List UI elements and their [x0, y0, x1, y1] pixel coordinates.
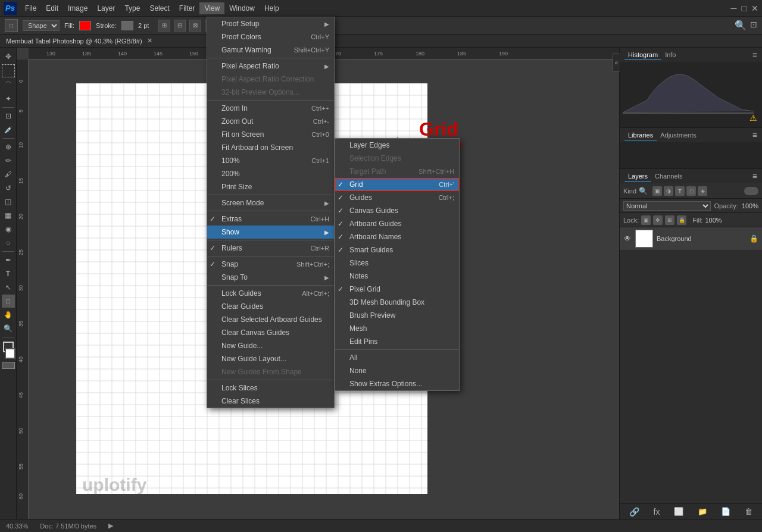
show-notes[interactable]: Notes: [335, 270, 459, 283]
lock-position-icon[interactable]: ✥: [653, 215, 663, 225]
panels-collapse-handle[interactable]: «: [613, 54, 620, 71]
kind-search-icon[interactable]: 🔍: [639, 187, 648, 195]
lock-all-icon[interactable]: 🔒: [677, 215, 686, 225]
adjustments-tab[interactable]: Adjustments: [657, 130, 700, 140]
search-icon[interactable]: 🔍: [735, 20, 747, 31]
filter-smart-icon[interactable]: ◈: [698, 186, 707, 196]
menu-print-size[interactable]: Print Size: [207, 180, 334, 193]
show-extras-options[interactable]: Show Extras Options...: [335, 377, 459, 390]
lock-pixels-icon[interactable]: ▣: [641, 215, 651, 225]
show-canvas-guides[interactable]: ✓ Canvas Guides: [335, 204, 459, 217]
menu-proof-setup[interactable]: Proof Setup ▶: [207, 17, 334, 30]
add-style-icon[interactable]: fx: [654, 507, 660, 517]
show-target-path[interactable]: Target Path Shift+Ctrl+H: [335, 165, 459, 178]
crop-tool[interactable]: ⊡: [2, 109, 15, 123]
channels-tab[interactable]: Channels: [651, 171, 686, 181]
layer-visibility-icon[interactable]: 👁: [623, 234, 632, 243]
fill-color-box[interactable]: [79, 21, 91, 30]
layer-item[interactable]: 👁 Background 🔒: [620, 227, 762, 251]
menu-snap-to[interactable]: Snap To ▶: [207, 271, 334, 284]
opacity-value[interactable]: 100%: [742, 202, 758, 209]
menu-lock-guides[interactable]: Lock Guides Alt+Ctrl+;: [207, 287, 334, 300]
gradient-tool[interactable]: ▦: [2, 209, 15, 222]
lock-artboard-icon[interactable]: ⊞: [665, 215, 674, 225]
histogram-panel-menu[interactable]: ≡: [752, 50, 757, 60]
lasso-tool[interactable]: ⌒: [2, 79, 15, 92]
filter-toggle[interactable]: [744, 187, 758, 195]
hand-tool[interactable]: 🤚: [2, 308, 15, 321]
menu-help[interactable]: Help: [260, 2, 284, 14]
close-button[interactable]: ✕: [751, 4, 758, 13]
eraser-tool[interactable]: ◫: [2, 195, 15, 208]
show-layer-edges[interactable]: Layer Edges: [335, 139, 459, 152]
arrange-icon[interactable]: ⊡: [750, 20, 757, 31]
show-artboard-guides[interactable]: ✓ Artboard Guides: [335, 217, 459, 230]
blur-tool[interactable]: ◉: [2, 223, 15, 236]
filter-type-icon[interactable]: T: [675, 186, 685, 196]
restore-button[interactable]: □: [742, 4, 747, 13]
menu-200pct[interactable]: 200%: [207, 167, 334, 180]
show-3d-bounding-box[interactable]: 3D Mesh Bounding Box: [335, 296, 459, 309]
menu-pixel-aspect[interactable]: Pixel Aspect Ratio ▶: [207, 60, 334, 73]
document-tab-close[interactable]: ✕: [147, 37, 152, 45]
show-all[interactable]: All: [335, 351, 459, 364]
document-tab-title[interactable]: Membuat Tabel Photoshop @ 40,3% (RGB/8#): [6, 37, 142, 45]
menu-view[interactable]: View: [199, 2, 224, 14]
menu-zoom-out[interactable]: Zoom Out Ctrl+-: [207, 115, 334, 128]
pen-tool[interactable]: ✒: [2, 254, 15, 267]
menu-image[interactable]: Image: [63, 2, 92, 14]
link-layers-icon[interactable]: 🔗: [629, 507, 639, 517]
shape-tool[interactable]: □: [2, 295, 15, 308]
layers-tab[interactable]: Layers: [624, 171, 651, 181]
menu-snap[interactable]: ✓ Snap Shift+Ctrl+;: [207, 258, 334, 271]
show-brush-preview[interactable]: Brush Preview: [335, 309, 459, 322]
move-tool[interactable]: ✥: [2, 50, 15, 63]
info-tab[interactable]: Info: [661, 50, 679, 60]
libraries-panel-menu[interactable]: ≡: [752, 130, 757, 140]
histogram-tab[interactable]: Histogram: [624, 50, 661, 60]
new-group-icon[interactable]: 📁: [698, 507, 707, 516]
menu-clear-guides[interactable]: Clear Guides: [207, 300, 334, 313]
marquee-tool[interactable]: [2, 64, 15, 77]
show-slices[interactable]: Slices: [335, 256, 459, 270]
menu-new-guide[interactable]: New Guide...: [207, 339, 334, 352]
menu-screen-mode[interactable]: Screen Mode ▶: [207, 196, 334, 209]
menu-proof-colors[interactable]: Proof Colors Ctrl+Y: [207, 30, 334, 43]
menu-100pct[interactable]: 100% Ctrl+1: [207, 154, 334, 167]
status-arrow[interactable]: ▶: [108, 522, 113, 530]
delete-layer-icon[interactable]: 🗑: [745, 507, 752, 516]
align-center-icon[interactable]: ⊟: [174, 20, 186, 32]
show-smart-guides[interactable]: ✓ Smart Guides: [335, 243, 459, 256]
show-grid[interactable]: ✓ Grid Ctrl+': [335, 178, 459, 191]
brush-tool[interactable]: ✏: [2, 154, 15, 167]
menu-select[interactable]: Select: [145, 2, 174, 14]
menu-gamut-warning[interactable]: Gamut Warning Shift+Ctrl+Y: [207, 43, 334, 57]
quick-mask-icon[interactable]: [2, 362, 15, 369]
warp-icon[interactable]: ⊠: [189, 20, 201, 32]
type-tool[interactable]: T: [2, 267, 15, 280]
menu-show[interactable]: Show ▶: [207, 226, 334, 239]
history-tool[interactable]: ↺: [2, 181, 15, 195]
menu-edit[interactable]: Edit: [41, 2, 63, 14]
filter-pixel-icon[interactable]: ▣: [652, 186, 662, 196]
shape-type-select[interactable]: Shape: [23, 20, 60, 31]
menu-lock-slices[interactable]: Lock Slices: [207, 381, 334, 395]
menu-fit-artboard[interactable]: Fit Artboard on Screen: [207, 141, 334, 154]
menu-layer[interactable]: Layer: [92, 2, 120, 14]
align-left-icon[interactable]: ⊞: [158, 20, 170, 32]
menu-rulers[interactable]: ✓ Rulers Ctrl+R: [207, 242, 334, 255]
menu-fit-screen[interactable]: Fit on Screen Ctrl+0: [207, 128, 334, 141]
menu-zoom-in[interactable]: Zoom In Ctrl++: [207, 102, 334, 115]
show-pixel-grid[interactable]: ✓ Pixel Grid: [335, 283, 459, 296]
show-edit-pins[interactable]: Edit Pins: [335, 335, 459, 348]
filter-shape-icon[interactable]: ◻: [686, 186, 696, 196]
path-select-tool[interactable]: ↖: [2, 281, 15, 294]
layers-panel-menu[interactable]: ≡: [752, 171, 757, 181]
show-mesh[interactable]: Mesh: [335, 322, 459, 335]
menu-clear-canvas-guides[interactable]: Clear Canvas Guides: [207, 326, 334, 339]
healing-tool[interactable]: ⊕: [2, 140, 15, 154]
wand-tool[interactable]: ✦: [2, 92, 15, 105]
menu-pixel-aspect-correction[interactable]: Pixel Aspect Ratio Correction: [207, 73, 334, 86]
show-none[interactable]: None: [335, 364, 459, 377]
libraries-tab[interactable]: Libraries: [624, 130, 657, 140]
